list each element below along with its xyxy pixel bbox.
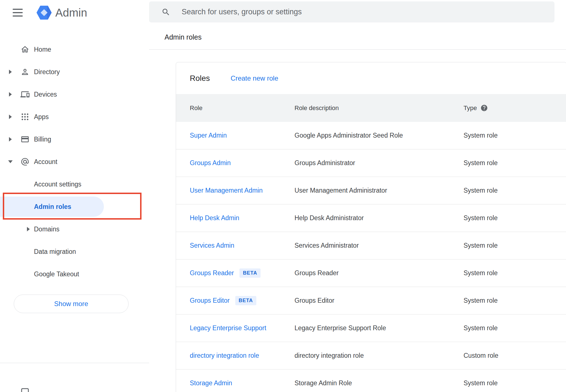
table-row-storage-admin: Storage Admin Storage Admin Role System … (176, 370, 566, 392)
table-row-directory-integration-role: directory integration role directory int… (176, 342, 566, 370)
role-description-cell: User Management Administrator (295, 187, 464, 194)
column-header-type-label: Type (464, 104, 477, 112)
role-description-cell: directory integration role (295, 352, 464, 359)
table-row-legacy-enterprise-support: Legacy Enterprise Support Legacy Enterpr… (176, 314, 566, 342)
breadcrumb: Admin roles (165, 33, 202, 41)
sidebar-nav: Home Directory Devices Apps Billing Acco… (0, 38, 149, 285)
role-type-cell: Custom role (464, 352, 566, 359)
sidebar-item-label: Directory (34, 68, 60, 76)
devices-icon (20, 90, 29, 99)
role-type-cell: System role (464, 214, 566, 222)
hamburger-menu-icon[interactable] (13, 6, 25, 19)
sidebar-item-label: Account (34, 158, 57, 166)
card-title: Roles (190, 74, 210, 83)
role-type-cell: System role (464, 242, 566, 249)
role-link[interactable]: Groups Admin (190, 159, 231, 167)
table-row-super-admin: Super Admin Google Apps Administrator Se… (176, 122, 566, 149)
role-type-cell: System role (464, 379, 566, 387)
card-header: Roles Create new role (176, 62, 566, 94)
sidebar-item-devices[interactable]: Devices (0, 83, 149, 106)
roles-table-body: Super Admin Google Apps Administrator Se… (176, 122, 566, 392)
table-row-services-admin: Services Admin Services Administrator Sy… (176, 232, 566, 259)
role-link[interactable]: Services Admin (190, 242, 234, 249)
create-new-role-link[interactable]: Create new role (231, 74, 278, 82)
table-header-row: Role Role description Type (176, 94, 566, 122)
table-row-help-desk-admin: Help Desk Admin Help Desk Administrator … (176, 204, 566, 232)
app-title: Admin (55, 6, 87, 19)
sidebar-item-label: Domains (34, 225, 60, 233)
role-link[interactable]: directory integration role (190, 352, 259, 359)
column-header-type: Type (464, 104, 566, 112)
home-icon (20, 45, 29, 54)
sidebar-item-label: Google Takeout (34, 270, 79, 278)
search-icon (161, 8, 170, 17)
sidebar-item-label: Billing (34, 136, 51, 143)
expand-arrow-icon[interactable] (9, 115, 12, 119)
sidebar-item-data-migration[interactable]: Data migration (0, 240, 149, 263)
role-link[interactable]: Super Admin (190, 132, 227, 139)
role-description-cell: Google Apps Administrator Seed Role (295, 132, 464, 139)
sidebar-item-google-takeout[interactable]: Google Takeout (0, 263, 149, 285)
role-description-cell: Groups Reader (295, 269, 464, 277)
table-row-groups-admin: Groups Admin Groups Administrator System… (176, 149, 566, 177)
role-link[interactable]: Legacy Enterprise Support (190, 324, 266, 332)
role-description-cell: Storage Admin Role (295, 379, 464, 387)
role-type-cell: System role (464, 132, 566, 139)
sidebar-item-label: Admin roles (34, 203, 71, 211)
table-row-user-management-admin: User Management Admin User Management Ad… (176, 177, 566, 204)
brand-row: Admin (0, 0, 149, 25)
help-icon[interactable] (480, 104, 488, 112)
role-link[interactable]: Groups Editor (190, 297, 230, 304)
roles-card: Roles Create new role Role Role descript… (176, 62, 566, 392)
partially-visible-icon (20, 387, 30, 392)
sidebar-item-label: Data migration (34, 248, 76, 256)
expand-arrow-icon[interactable] (27, 227, 30, 231)
show-more-button[interactable]: Show more (14, 295, 129, 313)
sidebar-item-directory[interactable]: Directory (0, 61, 149, 83)
admin-hexagon-logo-icon (36, 5, 52, 20)
search-bar[interactable] (149, 1, 554, 22)
expand-arrow-icon[interactable] (8, 160, 13, 163)
sidebar-item-home[interactable]: Home (0, 38, 149, 61)
credit-card-icon (20, 135, 29, 144)
role-type-cell: System role (464, 297, 566, 304)
sidebar-item-label: Home (34, 46, 51, 53)
main-content: Admin roles Roles Create new role Role R… (149, 0, 566, 392)
at-sign-icon (20, 157, 29, 166)
table-row-groups-editor: Groups Editor BETA Groups Editor System … (176, 287, 566, 314)
sidebar-item-account[interactable]: Account (0, 151, 149, 173)
column-header-role-description: Role description (295, 104, 464, 112)
expand-arrow-icon[interactable] (9, 70, 12, 74)
sidebar-item-apps[interactable]: Apps (0, 106, 149, 128)
role-link[interactable]: Storage Admin (190, 379, 232, 387)
column-header-role: Role (190, 104, 295, 112)
sidebar-item-domains[interactable]: Domains (0, 218, 149, 240)
expand-arrow-icon[interactable] (9, 137, 12, 142)
apps-grid-icon (20, 112, 29, 121)
sidebar-item-label: Apps (34, 113, 49, 121)
expand-arrow-icon[interactable] (9, 92, 12, 97)
role-description-cell: Groups Editor (295, 297, 464, 304)
sidebar-item-account-settings[interactable]: Account settings (0, 173, 149, 195)
role-type-cell: System role (464, 269, 566, 277)
role-type-cell: System role (464, 159, 566, 167)
sidebar-item-admin-roles[interactable]: Admin roles (0, 195, 149, 218)
role-link[interactable]: User Management Admin (190, 187, 263, 194)
table-row-groups-reader: Groups Reader BETA Groups Reader System … (176, 259, 566, 287)
role-type-cell: System role (464, 324, 566, 332)
role-description-cell: Groups Administrator (295, 159, 464, 167)
sidebar-bottom-divider (0, 363, 149, 363)
role-description-cell: Help Desk Administrator (295, 214, 464, 222)
header-divider (149, 49, 566, 50)
role-description-cell: Legacy Enterprise Support Role (295, 324, 464, 332)
sidebar: Admin Home Directory Devices Apps Billin… (0, 0, 149, 392)
person-icon (20, 67, 29, 76)
sidebar-item-label: Devices (34, 91, 57, 98)
role-link[interactable]: Groups Reader (190, 269, 234, 277)
beta-badge: BETA (239, 268, 261, 278)
search-input[interactable] (182, 8, 554, 16)
role-type-cell: System role (464, 187, 566, 194)
role-description-cell: Services Administrator (295, 242, 464, 249)
sidebar-item-billing[interactable]: Billing (0, 128, 149, 151)
role-link[interactable]: Help Desk Admin (190, 214, 239, 222)
